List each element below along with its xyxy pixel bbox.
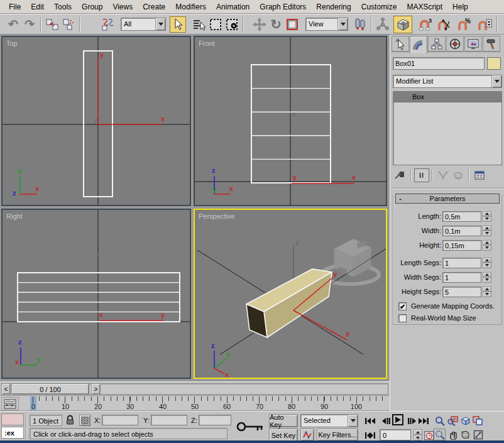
viewport-right[interactable]: x y z z y x Right [1, 209, 191, 379]
configure-modifier-sets-button[interactable] [472, 168, 487, 182]
tab-utilities[interactable] [483, 36, 500, 52]
menu-modifiers[interactable]: Modifiers [170, 1, 211, 13]
object-color-swatch[interactable] [487, 57, 501, 70]
menu-animation[interactable]: Animation [211, 1, 255, 13]
z-coordinate-field[interactable] [199, 415, 231, 425]
next-frame-arrow[interactable]: > [91, 383, 101, 395]
make-unique-button[interactable] [436, 168, 451, 182]
current-frame-field[interactable]: 0 [380, 429, 411, 440]
viewport-perspective[interactable]: y x z z y x Perspective [194, 209, 387, 379]
menu-group[interactable]: Group [77, 1, 107, 13]
use-pivot-center-button[interactable] [352, 16, 368, 33]
select-and-move-button[interactable] [251, 16, 268, 33]
spinner-snap-button[interactable] [476, 16, 493, 33]
width-segs-spinner[interactable] [483, 272, 491, 283]
absolute-offset-mode-toggle[interactable] [79, 415, 90, 426]
maximize-viewport-toggle-button[interactable] [472, 429, 484, 440]
menu-rendering[interactable]: Rendering [311, 1, 356, 13]
menu-graph-editors[interactable]: Graph Editors [255, 1, 311, 13]
height-segs-spinner[interactable] [483, 287, 491, 297]
previous-frame-arrow[interactable]: < [1, 383, 11, 395]
track-bar[interactable]: 0 10 20 30 40 50 60 70 80 90 100 [0, 395, 390, 411]
length-segs-spinner[interactable] [483, 258, 491, 268]
go-to-start-button[interactable] [363, 415, 376, 427]
key-filter-selection-dropdown[interactable]: Selected [300, 414, 358, 427]
length-segs-field[interactable]: 1 [442, 258, 481, 268]
tab-hierarchy[interactable] [428, 36, 446, 52]
timeline-ruler[interactable]: 0 10 20 30 40 50 60 70 80 90 100 [21, 396, 388, 411]
set-key-button[interactable]: Set Key [269, 429, 298, 442]
height-segs-field[interactable]: 5 [442, 287, 481, 297]
select-by-name-button[interactable] [191, 16, 207, 33]
select-and-rotate-button[interactable]: ↻ [268, 16, 284, 33]
rectangular-selection-region-button[interactable] [207, 16, 224, 33]
length-field[interactable]: 0,5m [442, 211, 481, 222]
key-filter-selection-arrow[interactable] [348, 415, 358, 427]
modifier-stack[interactable]: Box [393, 91, 502, 165]
tab-motion[interactable] [446, 36, 464, 52]
go-to-end-button[interactable] [417, 415, 430, 427]
unlink-selection-button[interactable] [60, 16, 77, 33]
viewport-top[interactable]: y x z y x z Top [1, 36, 191, 206]
redo-button[interactable]: ↷ [21, 16, 38, 33]
menu-help[interactable]: Help [447, 1, 473, 13]
width-spinner[interactable] [483, 226, 491, 236]
time-slider-button[interactable]: 0 / 100 [11, 383, 89, 395]
tab-modify[interactable] [410, 36, 427, 53]
real-world-map-size-checkbox[interactable] [398, 314, 407, 322]
menu-edit[interactable]: Edit [26, 1, 49, 13]
frame-spinner[interactable] [414, 429, 422, 440]
viewport-front[interactable]: y x z z y x Front [194, 36, 387, 206]
modifier-list-arrow[interactable] [491, 75, 501, 87]
menu-tools[interactable]: Tools [49, 1, 77, 13]
select-and-scale-button[interactable] [284, 16, 300, 33]
menu-file[interactable]: File [4, 1, 26, 13]
menu-create[interactable]: Create [138, 1, 170, 13]
remove-modifier-button[interactable] [451, 168, 466, 182]
window-crossing-button[interactable] [224, 16, 240, 33]
length-spinner[interactable] [483, 211, 491, 222]
x-coordinate-field[interactable] [102, 415, 138, 425]
generate-mapping-coords-checkbox[interactable]: ✔ [398, 302, 407, 310]
maxscript-mini-listener[interactable]: :ex [1, 427, 24, 439]
select-and-link-button[interactable] [44, 16, 60, 33]
default-in-out-tangents-button[interactable] [300, 429, 314, 441]
modifier-list-dropdown[interactable]: Modifier List [393, 75, 502, 88]
bind-to-spacewarp-button[interactable] [99, 16, 116, 33]
pin-stack-button[interactable] [393, 168, 408, 182]
coord-system-arrow[interactable] [337, 18, 348, 30]
snaps-toggle-button[interactable] [393, 16, 412, 33]
key-mode-toggle-button[interactable] [363, 429, 376, 442]
play-button[interactable] [392, 414, 403, 425]
tab-create[interactable] [392, 36, 409, 52]
height-spinner[interactable] [483, 240, 491, 251]
tab-display[interactable] [464, 36, 482, 52]
width-field[interactable]: 0,1m [442, 226, 481, 236]
coord-system-dropdown[interactable]: View [305, 18, 348, 31]
previous-frame-button[interactable] [380, 415, 393, 427]
show-end-result-button[interactable]: II [414, 168, 429, 182]
open-mini-curve-editor-button[interactable] [1, 397, 19, 410]
zoom-button[interactable] [434, 415, 446, 427]
snaps-3d-button[interactable]: 3 [417, 16, 434, 33]
region-zoom-button[interactable] [434, 429, 446, 440]
auto-key-button[interactable]: Auto Key [269, 414, 298, 427]
maxscript-listener-macro-pane[interactable] [1, 413, 24, 425]
select-object-button[interactable] [170, 16, 186, 33]
menu-customize[interactable]: Customize [356, 1, 402, 13]
undo-button[interactable]: ↶ [5, 16, 21, 33]
zoom-all-button[interactable] [447, 415, 459, 427]
selection-filter-dropdown[interactable]: All [121, 18, 166, 31]
select-and-manipulate-button[interactable] [375, 16, 391, 33]
percent-snap-button[interactable]: % [456, 16, 473, 33]
stack-item-box[interactable]: Box [393, 92, 501, 102]
arc-rotate-button[interactable] [459, 429, 471, 440]
y-coordinate-field[interactable] [151, 415, 187, 425]
selection-filter-arrow[interactable] [155, 18, 165, 30]
menu-maxscript[interactable]: MAXScript [402, 1, 447, 13]
object-name-field[interactable]: Box01 [393, 57, 485, 70]
width-segs-field[interactable]: 1 [442, 272, 481, 283]
height-field[interactable]: 0,15m [442, 240, 481, 251]
set-keys-button[interactable] [234, 413, 266, 439]
zoom-extents-button[interactable] [459, 415, 471, 427]
